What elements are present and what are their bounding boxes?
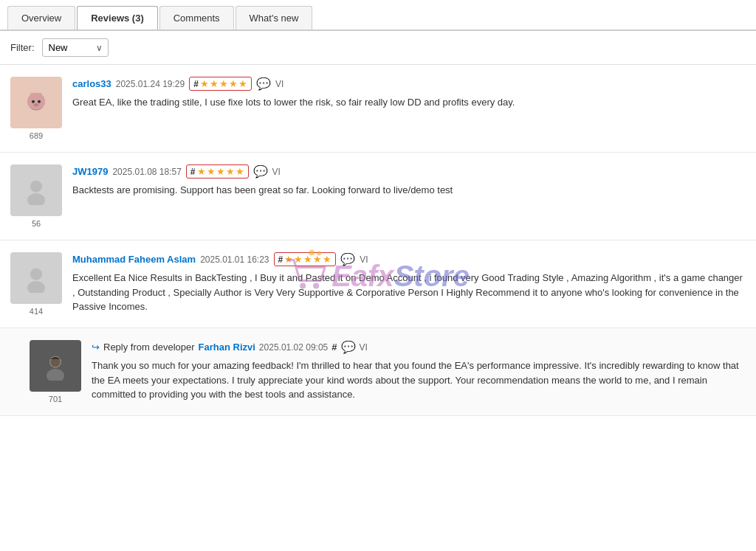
filter-bar: Filter: New Old Top [0,31,756,65]
review-item-3: 414 Muhammad Faheem Aslam 2025.01.01 16:… [0,240,756,328]
rating-hash-2: # [190,167,196,177]
filter-select-wrapper[interactable]: New Old Top [42,38,109,57]
review-content-2: JW1979 2025.01.08 18:57 # ★ ★ ★ ★ ★ 💬 VI… [72,164,746,228]
review-text-1: Great EA, like the trading stile, I use … [72,95,746,110]
reply-hash: # [331,342,337,353]
rating-hash-3: # [278,254,284,265]
vi-label-2: VI [272,167,281,177]
reply-text: Thank you so much for your amazing feedb… [92,358,746,402]
reviewer-name-2[interactable]: JW1979 [72,166,108,177]
svg-point-11 [47,369,64,381]
review-header-2: JW1979 2025.01.08 18:57 # ★ ★ ★ ★ ★ 💬 VI [72,164,746,179]
svg-point-6 [30,181,42,193]
reply-item-1: 701 ↪ Reply from developer Farhan Rizvi … [0,328,756,416]
review-text-3: Excellent Ea Nice Results in BackTesting… [72,271,746,314]
svg-point-3 [32,100,35,103]
tab-reviews[interactable]: Reviews (3) [77,6,158,30]
reply-content: ↪ Reply from developer Farhan Rizvi 2025… [92,340,746,403]
rating-badge-2: # ★ ★ ★ ★ ★ [186,164,249,179]
rating-badge-3: # ★ ★ ★ ★ ★ [274,252,337,266]
stars-1: ★ ★ ★ ★ ★ [200,78,247,89]
reviewer-name-3[interactable]: Muhammad Faheem Aslam [72,254,196,265]
reply-header: ↪ Reply from developer Farhan Rizvi 2025… [92,340,746,354]
comment-icon-2[interactable]: 💬 [253,164,268,179]
avatar-col-1: 689 [10,77,62,140]
reply-developer-name[interactable]: Farhan Rizvi [199,342,255,353]
comment-icon-1[interactable]: 💬 [256,77,271,91]
rating-hash-1: # [193,79,199,89]
reply-vi-label: VI [360,342,368,353]
svg-point-9 [27,281,45,293]
tab-comments[interactable]: Comments [159,6,234,30]
comment-icon-3[interactable]: 💬 [340,252,355,266]
svg-point-5 [34,103,39,106]
svg-point-2 [38,93,43,101]
reply-date: 2025.01.02 09:05 [259,342,328,353]
svg-point-7 [27,193,45,205]
review-date-1: 2025.01.24 19:29 [116,79,185,89]
review-item-2: 56 JW1979 2025.01.08 18:57 # ★ ★ ★ ★ ★ 💬 [0,153,756,240]
review-text-2: Backtests are promising. Support has bee… [72,183,746,198]
stars-3: ★ ★ ★ ★ ★ [284,254,331,265]
avatar-count-reply: 701 [49,395,62,403]
avatar-image-3 [10,252,62,304]
review-header-1: carlos33 2025.01.24 19:29 # ★ ★ ★ ★ ★ 💬 … [72,77,746,91]
reply-comment-icon[interactable]: 💬 [341,340,356,354]
avatar-col-reply: 701 [30,340,81,403]
avatar-col-3: 414 [10,252,62,316]
vi-label-1: VI [275,79,284,89]
avatar-image-1 [10,77,62,128]
svg-point-4 [38,100,41,103]
reviews-container: 689 carlos33 2025.01.24 19:29 # ★ ★ ★ ★ … [0,65,756,416]
avatar-count-3: 414 [30,307,43,316]
avatar-col-2: 56 [10,164,62,228]
review-date-3: 2025.01.01 16:23 [200,254,269,265]
tabs-bar: Overview Reviews (3) Comments What's new [0,0,756,31]
tab-overview[interactable]: Overview [7,6,75,30]
svg-point-8 [30,268,42,280]
avatar-count-1: 689 [30,131,43,140]
avatar-count-2: 56 [32,219,41,228]
review-content-3: Muhammad Faheem Aslam 2025.01.01 16:23 #… [72,252,746,316]
vi-label-3: VI [360,254,368,265]
filter-label: Filter: [10,42,35,53]
rating-badge-1: # ★ ★ ★ ★ ★ [189,77,252,91]
reply-from-text: Reply from developer [103,342,195,353]
review-date-2: 2025.01.08 18:57 [112,167,181,177]
filter-select[interactable]: New Old Top [42,38,109,57]
tab-whats-new[interactable]: What's new [236,6,313,30]
review-header-3: Muhammad Faheem Aslam 2025.01.01 16:23 #… [72,252,746,266]
svg-point-1 [30,93,35,101]
avatar-image-2 [10,164,62,216]
review-content-1: carlos33 2025.01.24 19:29 # ★ ★ ★ ★ ★ 💬 … [72,77,746,140]
reviewer-name-1[interactable]: carlos33 [72,78,111,89]
avatar-image-reply [30,340,81,392]
stars-2: ★ ★ ★ ★ ★ [197,166,244,177]
review-item-1: 689 carlos33 2025.01.24 19:29 # ★ ★ ★ ★ … [0,65,756,153]
reply-arrow-icon: ↪ [92,342,100,353]
